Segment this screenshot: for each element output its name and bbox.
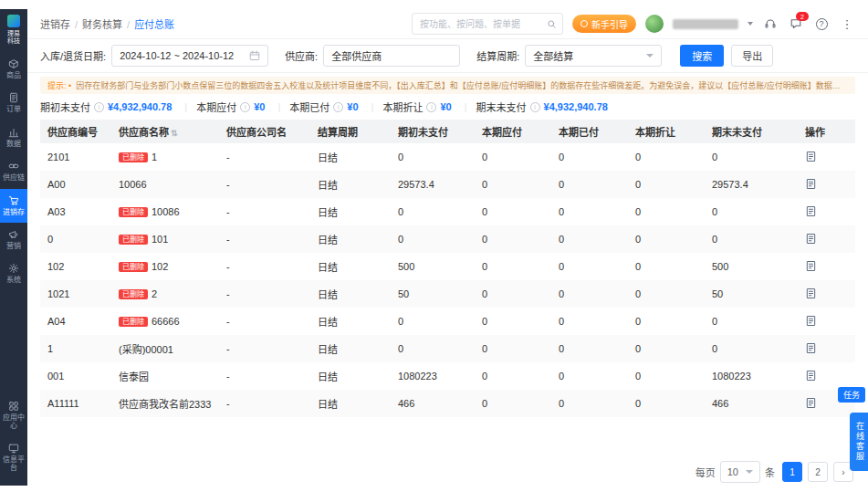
cell-supplier-name: 已删除2 [111, 280, 219, 308]
breadcrumb-item[interactable]: 财务核算 [82, 16, 134, 31]
breadcrumb-item[interactable]: 应付总账 [134, 16, 174, 31]
detail-icon[interactable] [805, 205, 817, 217]
detail-icon[interactable] [805, 370, 817, 382]
sidebar-item[interactable]: 商品 [0, 52, 27, 86]
summary-item: 本期应付 ¥0 [196, 99, 289, 114]
supplier-name-text: 102 [152, 261, 168, 272]
table-row[interactable]: A04 已删除66666 - 日结 0 0 0 0 0 [40, 308, 855, 335]
cell-paid: 0 [551, 335, 628, 362]
column-label: 操作 [805, 127, 825, 138]
apps-icon [8, 401, 19, 412]
table-row[interactable]: 2101 已删除1 - 日结 0 0 0 0 0 [40, 143, 855, 171]
table-row[interactable]: 1 (采购)00001 - 日结 0 0 0 0 0 [40, 335, 855, 362]
username-redacted[interactable] [673, 19, 738, 29]
message-icon[interactable]: 2 [788, 16, 804, 32]
sidebar-item-label: 系统 [6, 277, 21, 284]
sidebar-item[interactable]: 营销 [0, 223, 27, 256]
column-header[interactable]: 供应商公司名 [219, 120, 310, 143]
avatar[interactable] [645, 15, 664, 33]
sidebar-item[interactable]: 供应链 [0, 154, 27, 188]
cell-company: - [219, 171, 310, 198]
cell-begin-unpaid: 500 [391, 253, 475, 280]
cell-paid: 0 [551, 171, 628, 198]
more-icon[interactable] [839, 16, 855, 32]
sidebar-item[interactable]: 进销存 [0, 189, 27, 223]
detail-icon[interactable] [805, 315, 817, 327]
info-icon[interactable] [530, 102, 540, 112]
breadcrumb-item[interactable]: 进销存 [40, 16, 82, 31]
supplier-input[interactable]: 全部供应商 [323, 45, 460, 67]
sidebar-item[interactable]: 订单 [0, 86, 27, 120]
info-icon[interactable] [333, 102, 343, 112]
cell-supplier-name: 10066 [111, 171, 219, 198]
search-icon[interactable] [547, 19, 557, 29]
column-header[interactable]: 本期已付 [551, 120, 628, 143]
notice-bar: 提示: • 因存在财务部门与业务部门小数点保留三位的数据四舍五入校准以及统计项目… [40, 77, 855, 94]
column-header[interactable]: 期末未支付 [705, 120, 798, 143]
detail-icon[interactable] [805, 342, 817, 354]
table-row[interactable]: A03 已删除10086 - 日结 0 0 0 0 0 [40, 198, 855, 225]
notice-label: 提示: • [47, 79, 71, 91]
sidebar-item[interactable]: 应用中心 [0, 394, 27, 436]
cell-supplier-no: A03 [40, 198, 111, 225]
column-header[interactable]: 供应商编号 [40, 120, 111, 143]
supplier-name-text: 10086 [152, 206, 180, 217]
info-icon[interactable] [240, 102, 250, 112]
info-icon[interactable] [94, 102, 104, 112]
search-button[interactable]: 搜索 [680, 45, 724, 67]
cell-end-unpaid: 0 [705, 143, 798, 171]
supplier-filter-group: 供应商: 全部供应商 [285, 45, 460, 67]
detail-icon[interactable] [805, 233, 817, 245]
column-header[interactable]: 本期折让 [628, 120, 705, 143]
detail-icon[interactable] [805, 260, 817, 272]
sort-icon[interactable]: ⇅ [171, 129, 178, 138]
online-service-button[interactable]: 在线客服 [850, 413, 868, 471]
cell-discount: 0 [628, 335, 705, 362]
column-header[interactable]: 结算周期 [310, 120, 391, 143]
search-input[interactable] [418, 18, 543, 30]
detail-icon[interactable] [805, 288, 817, 299]
platform-icon [8, 443, 19, 454]
table-row[interactable]: A00 10066 - 日结 29573.4 0 0 0 29573.4 [40, 171, 855, 198]
export-button[interactable]: 导出 [731, 45, 773, 67]
summary-value: ¥0 [254, 101, 265, 112]
date-filter-group: 入库/退货日期: 2024-10-12 ~ 2024-10-12 [40, 45, 268, 67]
cell-supplier-name: 已删除10086 [111, 198, 219, 225]
sidebar-item[interactable]: 信息平台 [0, 436, 27, 478]
period-select[interactable]: 全部结算 [525, 45, 662, 67]
per-page-select[interactable]: 10 [720, 461, 760, 483]
page-button[interactable]: 2 [808, 462, 828, 482]
page-button[interactable]: 1 [782, 462, 802, 482]
task-tag[interactable]: 任务 [838, 387, 865, 403]
global-search[interactable] [412, 13, 563, 35]
user-menu-caret-icon[interactable] [748, 22, 753, 26]
cell-supplier-no: 001 [40, 362, 111, 390]
column-header[interactable]: 供应商名称⇅ [111, 120, 219, 143]
table-row[interactable]: 0 已删除101 - 日结 0 0 0 0 0 [40, 225, 855, 253]
detail-icon[interactable] [805, 397, 817, 409]
cell-operation [798, 198, 855, 225]
cell-end-unpaid: 50 [705, 280, 798, 308]
table-row[interactable]: 102 已删除102 - 日结 500 0 0 0 500 [40, 253, 855, 280]
column-header[interactable]: 本期应付 [475, 120, 551, 143]
detail-icon[interactable] [805, 151, 817, 162]
help-icon[interactable] [813, 16, 830, 32]
column-header[interactable]: 操作 [798, 120, 855, 143]
inventory-icon [8, 195, 19, 206]
column-header[interactable]: 期初未支付 [391, 120, 475, 143]
info-icon[interactable] [426, 102, 436, 112]
support-headset-icon[interactable] [762, 16, 779, 32]
date-range-input[interactable]: 2024-10-12 ~ 2024-10-12 [111, 45, 268, 67]
table-row[interactable]: 1021 已删除2 - 日结 50 0 0 0 50 [40, 280, 855, 308]
cell-payable: 0 [475, 171, 551, 198]
table-row[interactable]: A11111 供应商我改名前2333 - 日结 466 0 0 0 466 [40, 390, 855, 417]
newbie-guide-button[interactable]: 新手引导 [572, 15, 636, 33]
detail-icon[interactable] [805, 178, 817, 190]
per-page-label: 每页 [695, 465, 716, 479]
summary-label: 本期已付 [289, 99, 329, 114]
cell-payable: 0 [475, 253, 551, 280]
chevron-down-icon [746, 470, 753, 474]
sidebar-item[interactable]: 数据 [0, 120, 27, 154]
table-row[interactable]: 001 信泰园 - 日结 1080223 0 0 0 1080223 [40, 362, 855, 390]
sidebar-item[interactable]: 系统 [0, 256, 27, 290]
